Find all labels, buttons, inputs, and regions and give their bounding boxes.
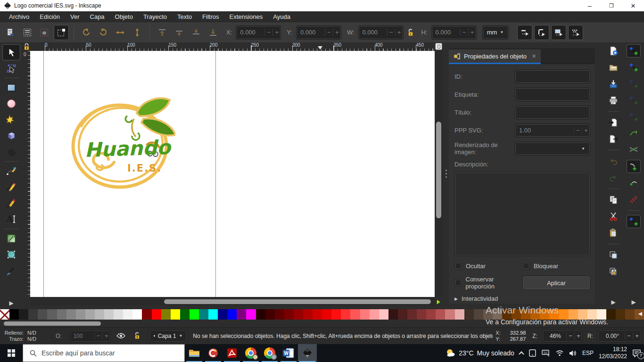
h-increment[interactable]: + bbox=[468, 29, 476, 36]
color-swatch[interactable] bbox=[132, 309, 142, 320]
color-swatch[interactable] bbox=[388, 309, 398, 320]
maximize-button[interactable]: ❒ bbox=[601, 0, 622, 11]
color-swatch[interactable] bbox=[606, 309, 616, 320]
taskbar-chrome-profile2[interactable]: D bbox=[260, 344, 279, 362]
duplicate-button[interactable] bbox=[606, 248, 620, 262]
color-managed-display-toggle[interactable] bbox=[436, 299, 442, 307]
snap-bbox-toggle[interactable] bbox=[627, 61, 641, 74]
color-swatch[interactable] bbox=[587, 309, 597, 320]
flip-horizontal-button[interactable] bbox=[113, 25, 128, 40]
lock-ratio-icon[interactable] bbox=[407, 28, 414, 37]
selection-cue-toggle[interactable] bbox=[54, 25, 69, 40]
lower-to-bottom-button[interactable] bbox=[206, 25, 221, 40]
ruler-corner-button[interactable] bbox=[435, 43, 442, 50]
descripcion-textarea[interactable] bbox=[454, 172, 590, 256]
vertical-scroll-thumb[interactable] bbox=[436, 122, 441, 218]
layer-lock-icon[interactable] bbox=[134, 332, 140, 340]
action-center-button[interactable]: 7 bbox=[632, 349, 641, 357]
horizontal-ruler[interactable]: 050100150200250300350400450 bbox=[30, 42, 435, 51]
color-swatch[interactable] bbox=[246, 309, 256, 320]
color-swatch[interactable] bbox=[370, 309, 379, 320]
save-document-button[interactable] bbox=[606, 77, 620, 90]
select-all-layers-button[interactable] bbox=[20, 25, 35, 40]
color-swatch[interactable] bbox=[303, 309, 313, 320]
ocultar-checkbox[interactable] bbox=[454, 262, 462, 270]
color-swatch[interactable] bbox=[208, 309, 218, 320]
menu-item-ver[interactable]: Ver bbox=[65, 11, 85, 22]
color-swatch[interactable] bbox=[76, 309, 85, 320]
scale-stroke-toggle[interactable] bbox=[517, 25, 532, 40]
new-document-button[interactable] bbox=[606, 44, 620, 58]
move-patterns-toggle[interactable] bbox=[568, 25, 583, 40]
rotate-ccw-button[interactable] bbox=[79, 25, 94, 40]
titulo-input[interactable] bbox=[515, 106, 590, 119]
y-increment[interactable]: + bbox=[333, 29, 341, 36]
logo-artwork[interactable]: Huando I.E.S. bbox=[67, 90, 175, 195]
tab-object-properties[interactable]: Propiedades del objeto ✕ bbox=[449, 49, 541, 64]
h-decrement[interactable]: − bbox=[460, 29, 468, 36]
w-increment[interactable]: + bbox=[395, 29, 403, 36]
vertical-scrollbar[interactable] bbox=[435, 51, 443, 297]
color-swatch[interactable] bbox=[502, 309, 512, 320]
x-field[interactable]: 0.000 − + bbox=[236, 25, 281, 40]
color-swatch[interactable] bbox=[275, 309, 284, 320]
start-button[interactable] bbox=[0, 344, 23, 362]
snap-path-toggle[interactable] bbox=[627, 160, 641, 173]
menu-item-archivo[interactable]: Archivo bbox=[4, 11, 34, 22]
color-swatch[interactable] bbox=[47, 309, 57, 320]
fill-stroke-indicator[interactable]: Relleno: N/D Trazo: N/D bbox=[3, 330, 46, 342]
color-swatch[interactable] bbox=[436, 309, 445, 320]
color-swatch[interactable] bbox=[57, 309, 66, 320]
copy-button[interactable] bbox=[606, 193, 620, 206]
color-swatch[interactable] bbox=[616, 309, 625, 320]
opacity-decrement[interactable]: − bbox=[94, 332, 102, 339]
taskbar-search[interactable]: Escribe aquí para buscar bbox=[23, 344, 185, 362]
w-decrement[interactable]: − bbox=[387, 29, 395, 36]
zoom-field[interactable]: 46% − + bbox=[542, 329, 583, 342]
raise-button[interactable] bbox=[172, 25, 187, 40]
taskbar-file-explorer[interactable] bbox=[185, 344, 204, 362]
flip-vertical-button[interactable] bbox=[130, 25, 145, 40]
color-swatch[interactable] bbox=[294, 309, 303, 320]
color-swatch[interactable] bbox=[426, 309, 436, 320]
color-swatch[interactable] bbox=[559, 309, 569, 320]
color-swatch[interactable] bbox=[152, 309, 161, 320]
color-swatch[interactable] bbox=[256, 309, 265, 320]
color-swatch[interactable] bbox=[9, 309, 19, 320]
ppp-increment[interactable]: + bbox=[582, 127, 590, 134]
color-swatch[interactable] bbox=[95, 309, 104, 320]
palette-scrollbar[interactable] bbox=[0, 320, 644, 327]
color-swatch[interactable] bbox=[445, 309, 454, 320]
snap-bbox-midpoints-toggle[interactable] bbox=[627, 110, 641, 123]
dropper-tool[interactable] bbox=[2, 263, 20, 279]
calligraphy-tool[interactable] bbox=[2, 195, 20, 211]
horizontal-scroll-thumb[interactable] bbox=[164, 299, 431, 304]
volume-icon[interactable] bbox=[569, 350, 577, 357]
color-swatch[interactable] bbox=[104, 309, 114, 320]
clock-widget[interactable]: 18:12 12/03/2022 bbox=[599, 346, 627, 360]
color-swatch[interactable] bbox=[578, 309, 587, 320]
color-swatch[interactable] bbox=[313, 309, 322, 320]
unit-dropdown[interactable]: mm ▼ bbox=[482, 25, 509, 40]
deselect-button[interactable] bbox=[37, 25, 52, 40]
cut-button[interactable] bbox=[606, 210, 620, 223]
minimize-button[interactable]: – bbox=[579, 0, 601, 11]
selector-tool[interactable] bbox=[2, 44, 20, 60]
color-swatch[interactable] bbox=[331, 309, 341, 320]
snap-enable-toggle[interactable] bbox=[627, 44, 641, 58]
rotation-decrement[interactable]: − bbox=[625, 332, 633, 339]
menu-item-texto[interactable]: Texto bbox=[172, 11, 197, 22]
pencil-tool[interactable] bbox=[2, 179, 20, 195]
color-swatch[interactable] bbox=[474, 309, 483, 320]
color-swatch[interactable] bbox=[569, 309, 578, 320]
palette-scroll-thumb[interactable] bbox=[4, 321, 101, 326]
mesh-gradient-tool[interactable] bbox=[2, 247, 20, 263]
wifi-icon[interactable] bbox=[555, 350, 564, 356]
rotation-increment[interactable]: + bbox=[633, 332, 641, 339]
clone-button[interactable] bbox=[606, 265, 620, 278]
color-swatch[interactable] bbox=[284, 309, 294, 320]
snap-bbox-corners-toggle[interactable] bbox=[627, 94, 641, 107]
menu-item-extensiones[interactable]: Extensiones bbox=[224, 11, 268, 22]
y-field[interactable]: 0.000 − + bbox=[296, 25, 341, 40]
color-swatch[interactable] bbox=[625, 309, 635, 320]
